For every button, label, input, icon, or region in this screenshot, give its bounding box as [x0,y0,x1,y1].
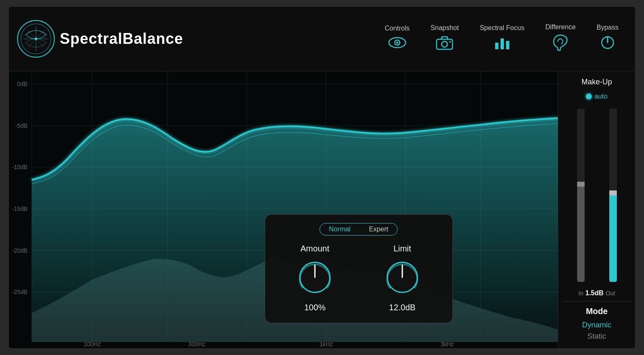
in-slider-fill [577,187,585,282]
bars-icon [493,35,511,54]
bypass-button[interactable]: Bypass [597,24,618,54]
amount-value: 100% [304,303,325,312]
app-title: SpectralBalance [60,30,183,48]
limit-knob-group: Limit 12.0dB [383,244,421,312]
svg-text:0dB: 0dB [17,81,28,87]
header: SpectralBalance Controls Snapshot [9,7,635,71]
svg-text:-5dB: -5dB [15,122,28,129]
makeup-label: Make-Up [562,78,631,86]
logo-area: SpectralBalance [17,20,183,58]
plugin-container: SpectralBalance Controls Snapshot [8,6,636,349]
mode-tabs: Normal Expert [278,223,440,236]
knobs-row: Amount 100% Limit [278,244,440,312]
svg-text:-15dB: -15dB [12,205,28,212]
svg-point-4 [36,38,36,39]
main-area: 0dB -5dB -10dB -15dB -20dB -25dB 100Hz 3… [9,71,635,348]
db-readout-row: In 1.5dB Out [562,289,631,297]
in-slider-wrapper [567,109,595,282]
out-slider-wrapper [599,109,627,282]
snapshot-button[interactable]: Snapshot [431,24,459,54]
controls-popup: Normal Expert Amount [265,214,453,323]
header-controls: Controls Snapshot [183,23,627,55]
db-value: 1.5dB [585,289,604,297]
svg-rect-12 [501,38,504,49]
mode-static[interactable]: Static [562,331,631,342]
svg-text:-10dB: -10dB [12,164,28,170]
svg-rect-8 [437,39,452,49]
svg-point-10 [449,41,451,43]
auto-led [586,94,592,99]
auto-row: auto [562,93,631,100]
limit-knob[interactable] [383,259,421,296]
ear-icon [553,34,568,55]
right-panel: Make-Up auto [558,71,635,348]
spectrum-area: 0dB -5dB -10dB -15dB -20dB -25dB 100Hz 3… [9,71,558,348]
svg-point-7 [396,42,398,44]
amount-label: Amount [301,244,330,254]
sliders-area [562,109,631,282]
power-icon [600,35,616,54]
in-slider-track[interactable] [577,109,585,282]
amount-knob[interactable] [296,259,334,296]
svg-point-9 [442,41,447,47]
spectral-focus-button[interactable]: Spectral Focus [480,24,524,54]
mode-title: Mode [562,307,631,316]
out-slider-thumb[interactable] [609,190,617,195]
svg-rect-11 [495,43,498,49]
svg-rect-13 [506,41,509,49]
amount-knob-group: Amount 100% [296,244,334,312]
tab-expert[interactable]: Expert [360,223,397,235]
auto-text: auto [594,93,607,100]
in-slider-thumb[interactable] [577,182,585,187]
mode-section: Mode Dynamic Static [562,301,631,342]
mode-dynamic[interactable]: Dynamic [562,320,631,331]
logo-icon [17,20,55,58]
svg-text:-20dB: -20dB [12,247,28,254]
out-slider-track[interactable] [609,109,617,282]
camera-icon [435,35,454,54]
limit-label: Limit [394,244,411,254]
difference-button[interactable]: Difference [545,23,576,55]
in-label: In [578,290,583,297]
out-slider-fill [609,192,617,282]
svg-text:-25dB: -25dB [12,289,28,295]
controls-button[interactable]: Controls [385,25,410,53]
limit-value: 12.0dB [389,303,415,312]
out-label: Out [606,290,615,297]
tab-normal[interactable]: Normal [320,223,360,235]
eye-icon [388,36,406,53]
